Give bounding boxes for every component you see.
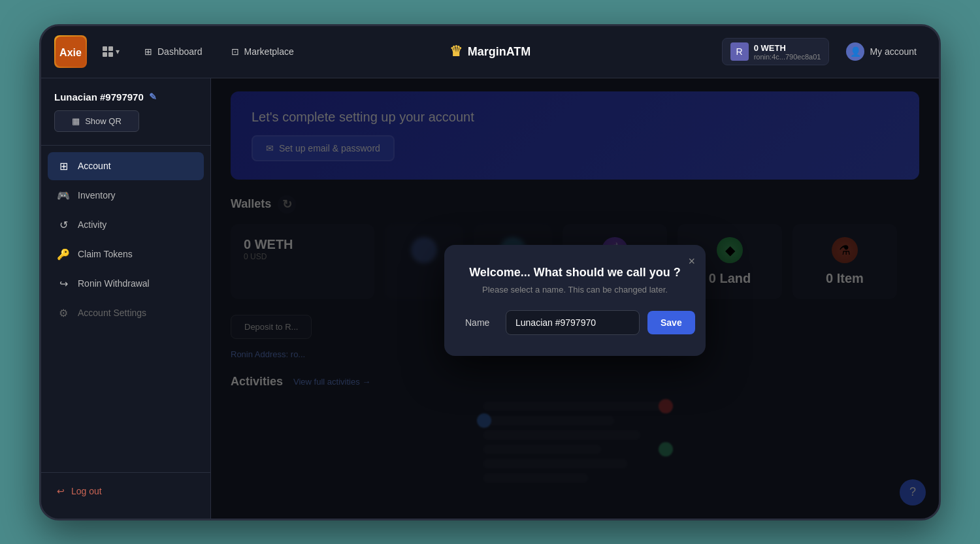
app-logo: Axie xyxy=(54,35,87,68)
name-input[interactable] xyxy=(506,310,640,335)
withdrawal-icon: ↪ xyxy=(57,278,70,290)
wallet-address: ronin:4c...790ec8a01 xyxy=(754,53,821,61)
ronin-withdrawal-label: Ronin Withdrawal xyxy=(78,278,150,289)
sidebar-item-claim-tokens[interactable]: 🔑 Claim Tokens xyxy=(48,240,204,268)
crown-icon: ♛ xyxy=(449,43,463,60)
grid-icon xyxy=(103,46,113,57)
account-icon: ⊞ xyxy=(57,160,70,172)
show-qr-label: Show QR xyxy=(85,116,122,126)
marketplace-label: Marketplace xyxy=(244,46,294,57)
sidebar-item-account-settings: ⚙ Account Settings xyxy=(48,299,204,327)
welcome-modal: × Welcome... What should we call you ? P… xyxy=(444,245,706,356)
marketplace-icon: ⊡ xyxy=(231,46,239,57)
claim-tokens-label: Claim Tokens xyxy=(78,249,133,259)
sidebar: Lunacian #9797970 ✎ ▦ Show QR ⊞ Account … xyxy=(41,78,211,520)
marketplace-nav-item[interactable]: ⊡ Marketplace xyxy=(222,41,303,62)
inventory-label: Inventory xyxy=(78,190,116,200)
top-bar-right: R 0 WETH ronin:4c...790ec8a01 👤 My accou… xyxy=(722,37,926,66)
top-bar: Axie ▾ ⊞ Dashboard ⊡ Marketplace xyxy=(41,26,939,78)
wallet-info: R 0 WETH ronin:4c...790ec8a01 xyxy=(722,38,830,65)
activity-icon: ↺ xyxy=(57,219,70,231)
username-display: Lunacian #9797970 ✎ xyxy=(54,91,197,103)
sidebar-item-inventory[interactable]: 🎮 Inventory xyxy=(48,182,204,210)
wallet-details: 0 WETH ronin:4c...790ec8a01 xyxy=(754,43,821,61)
modal-subtitle: Please select a name. This can be change… xyxy=(465,285,685,295)
logout-label: Log out xyxy=(71,486,102,496)
dashboard-nav-item[interactable]: ⊞ Dashboard xyxy=(135,41,212,62)
app-title-area: ♛ MarginATM xyxy=(449,43,531,60)
sidebar-item-account[interactable]: ⊞ Account xyxy=(48,152,204,180)
dashboard-label: Dashboard xyxy=(157,46,203,57)
my-account-button[interactable]: 👤 My account xyxy=(837,37,926,66)
sidebar-item-activity[interactable]: ↺ Activity xyxy=(48,211,204,239)
modal-save-button[interactable]: Save xyxy=(647,311,695,334)
claim-icon: 🔑 xyxy=(57,248,70,261)
activity-label: Activity xyxy=(78,219,106,230)
username-text: Lunacian #9797970 xyxy=(54,91,144,103)
inventory-icon: 🎮 xyxy=(57,189,70,202)
edit-username-icon[interactable]: ✎ xyxy=(149,91,157,102)
sidebar-nav: ⊞ Account 🎮 Inventory ↺ Activity 🔑 Claim… xyxy=(41,152,210,472)
settings-icon: ⚙ xyxy=(57,307,70,319)
device-frame: Axie ▾ ⊞ Dashboard ⊡ Marketplace xyxy=(39,24,941,520)
account-avatar: 👤 xyxy=(846,42,864,61)
qr-icon: ▦ xyxy=(72,116,80,126)
dashboard-icon: ⊞ xyxy=(144,46,152,57)
grid-menu-button[interactable]: ▾ xyxy=(97,42,125,61)
modal-form-row: Name Save xyxy=(465,310,685,335)
sidebar-bottom: ↩ Log out xyxy=(41,472,210,509)
wallet-icon: R xyxy=(730,42,749,61)
show-qr-button[interactable]: ▦ Show QR xyxy=(54,110,139,132)
app-title: MarginATM xyxy=(468,45,531,59)
wallet-amount: 0 WETH xyxy=(754,43,821,53)
main-layout: Lunacian #9797970 ✎ ▦ Show QR ⊞ Account … xyxy=(41,78,939,520)
top-bar-left: Axie ▾ ⊞ Dashboard ⊡ Marketplace xyxy=(54,35,303,68)
svg-text:Axie: Axie xyxy=(59,47,82,58)
modal-overlay[interactable]: × Welcome... What should we call you ? P… xyxy=(211,78,939,520)
modal-close-button[interactable]: × xyxy=(688,255,695,267)
my-account-label: My account xyxy=(870,46,917,57)
save-label: Save xyxy=(661,317,682,328)
modal-title: Welcome... What should we call you ? xyxy=(465,266,685,280)
logout-icon: ↩ xyxy=(57,486,65,496)
sidebar-item-ronin-withdrawal[interactable]: ↪ Ronin Withdrawal xyxy=(48,270,204,298)
name-label: Name xyxy=(465,317,498,328)
user-section: Lunacian #9797970 ✎ ▦ Show QR xyxy=(41,91,210,146)
account-label: Account xyxy=(78,161,111,171)
logout-button[interactable]: ↩ Log out xyxy=(48,479,204,503)
account-settings-label: Account Settings xyxy=(78,308,146,318)
content-area: Let's complete setting up your account ✉… xyxy=(211,78,939,520)
grid-chevron: ▾ xyxy=(116,47,120,56)
close-icon: × xyxy=(688,255,695,268)
